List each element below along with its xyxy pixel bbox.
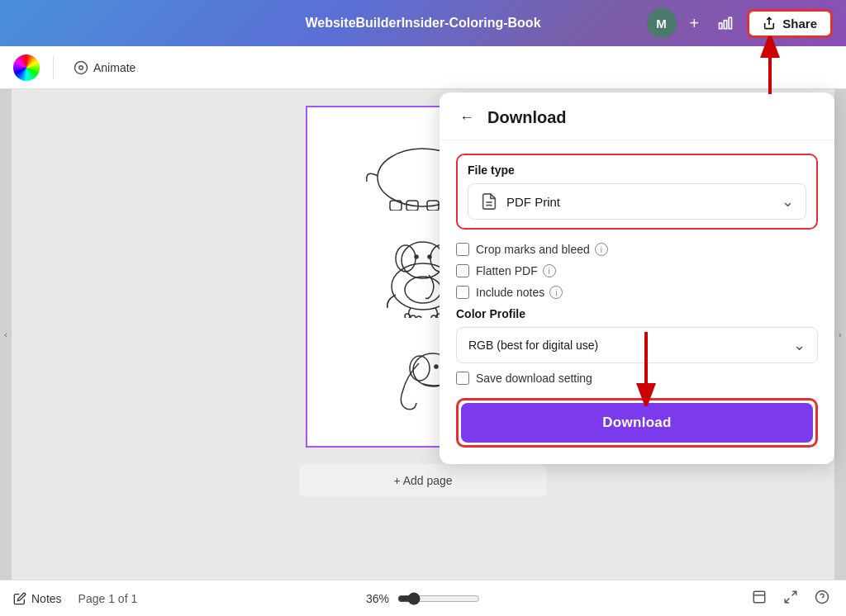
save-setting-row: Save download setting [456,372,818,385]
svg-line-37 [792,591,796,595]
zoom-slider[interactable] [397,592,480,605]
left-sidebar-toggle[interactable]: ‹ [0,89,12,580]
file-type-selected: PDF Print [506,195,560,209]
svg-rect-2 [729,17,731,28]
page-view-icon [752,590,767,604]
color-profile-label: Color Profile [456,307,818,320]
app-header: WebsiteBuilderInsider-Coloring-Book M + … [0,0,846,46]
svg-point-18 [415,255,418,258]
download-btn-section: Download [456,398,818,448]
svg-point-19 [428,255,431,258]
color-profile-value: RGB (best for digital use) [468,339,598,352]
back-arrow-icon: ← [459,109,474,126]
file-type-dropdown[interactable]: PDF Print ⌄ [468,183,806,220]
bottom-left: Notes Page 1 of 1 [13,592,137,605]
share-label: Share [782,17,817,31]
fullscreen-button[interactable] [780,586,801,611]
file-type-value-container: PDF Print [480,192,560,211]
download-button-wrapper: Download [456,398,818,448]
bottom-bar: Notes Page 1 of 1 36% [0,580,846,616]
add-button[interactable]: + [685,9,705,38]
crop-marks-checkbox[interactable] [456,243,469,256]
help-icon [815,590,829,604]
flatten-pdf-info-icon[interactable]: i [543,264,556,277]
download-panel: ← Download File type PDF Print [440,92,834,464]
svg-point-28 [435,365,438,368]
svg-point-23 [416,316,421,318]
main-area: ‹ [0,89,846,580]
notes-label: Notes [31,592,62,605]
flatten-pdf-row: Flatten PDF i [456,264,818,277]
page-info: Page 1 of 1 [78,592,138,605]
analytics-button[interactable] [712,10,739,36]
pdf-doc-icon [480,192,498,211]
zoom-level: 36% [366,592,389,605]
file-type-section: File type PDF Print ⌄ [456,154,818,230]
color-profile-dropdown[interactable]: RGB (best for digital use) ⌄ [456,327,818,363]
panel-body: File type PDF Print ⌄ [440,140,834,464]
svg-rect-1 [725,21,727,29]
save-setting-label: Save download setting [476,372,592,385]
crop-marks-row: Crop marks and bleed i [456,243,818,256]
svg-point-4 [75,61,88,73]
color-profile-chevron-icon: ⌄ [793,336,806,354]
svg-point-15 [402,242,444,278]
page-view-button[interactable] [749,586,770,611]
file-type-label: File type [468,163,806,177]
animate-icon [74,60,88,75]
include-notes-info-icon[interactable]: i [549,286,563,299]
flatten-pdf-checkbox[interactable] [456,264,469,277]
animate-label: Animate [93,61,135,74]
panel-header: ← Download [440,92,834,140]
toolbar: Animate [0,46,846,89]
avatar[interactable]: M [647,8,677,38]
header-right: M + Share [647,8,833,38]
svg-rect-0 [720,23,722,29]
bottom-right [749,586,833,611]
notes-button[interactable]: Notes [13,592,62,605]
animate-button[interactable]: Animate [67,57,142,78]
include-notes-label: Include notes i [476,286,563,299]
save-setting-checkbox[interactable] [456,372,469,385]
color-wheel[interactable] [13,54,40,81]
panel-title: Download [487,108,567,127]
svg-point-5 [79,65,83,69]
help-button[interactable] [811,586,833,611]
crop-marks-label: Crop marks and bleed i [476,243,608,256]
svg-rect-35 [753,591,765,603]
svg-point-20 [405,277,441,303]
right-sidebar-toggle[interactable]: › [834,89,846,580]
share-button[interactable]: Share [747,9,833,38]
panel-back-button[interactable]: ← [456,106,478,130]
toolbar-divider [53,56,54,79]
fullscreen-icon [783,590,798,604]
notes-icon [13,592,26,605]
svg-line-38 [785,598,789,602]
bottom-center: 36% [366,592,480,605]
flatten-pdf-label: Flatten PDF i [476,264,556,277]
color-profile-section: Color Profile RGB (best for digital use)… [456,307,818,363]
add-page-button[interactable]: + Add page [299,464,547,497]
chevron-down-icon: ⌄ [782,192,794,211]
download-button[interactable]: Download [461,403,813,443]
include-notes-checkbox[interactable] [456,286,469,299]
svg-point-22 [411,315,416,318]
svg-point-24 [431,315,436,318]
include-notes-row: Include notes i [456,286,818,299]
crop-marks-info-icon[interactable]: i [595,243,608,256]
header-title: WebsiteBuilderInsider-Coloring-Book [305,16,540,31]
